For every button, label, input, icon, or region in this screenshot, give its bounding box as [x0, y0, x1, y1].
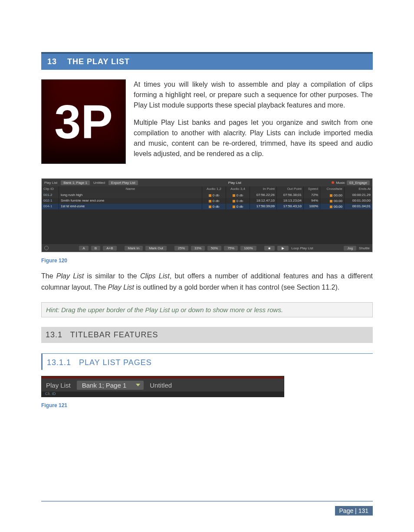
- intro-paragraph-2: Multiple Play List banks and pages let y…: [134, 117, 373, 159]
- mark-out-button[interactable]: Mark Out: [145, 246, 167, 251]
- audio-level-icon: [233, 194, 235, 197]
- section-heading: 13 THE PLAY LIST: [41, 52, 373, 70]
- table-row[interactable]: 001-2long rush high0 db0 db07:56.22;2607…: [42, 193, 372, 198]
- jog-button[interactable]: Jog: [344, 246, 356, 251]
- cell-speed[interactable]: 94%: [304, 198, 320, 204]
- cell-ends-at: 00:01.04;01: [345, 204, 372, 209]
- table-row[interactable]: 004-11st td end-zone0 db0 db17:50:39;091…: [42, 204, 372, 209]
- logo-text: 3P: [54, 98, 113, 146]
- cell-name: 1st td end-zone: [59, 204, 202, 209]
- small-playlist-name: Untitled: [150, 382, 172, 389]
- cell-audio12[interactable]: 0 db: [202, 204, 226, 209]
- stop-button[interactable]: ■: [264, 246, 275, 251]
- audio-level-icon: [209, 206, 211, 208]
- playlist-column-headers: Clip ID Name Audio 1,2 Audio 3,4 In Poin…: [42, 186, 372, 193]
- subsubsection-heading: 13.1.1 PLAY LIST PAGES: [41, 353, 373, 370]
- small-row-header: Cli. ID: [42, 392, 284, 397]
- speed-33-button[interactable]: 33%: [191, 246, 205, 251]
- cell-audio34[interactable]: 0 db: [226, 204, 250, 209]
- loop-playlist-label[interactable]: Loop Play List: [291, 246, 313, 250]
- body-para-text: is similar to the: [84, 272, 140, 280]
- music-file-field[interactable]: 03_Engage: [347, 180, 370, 185]
- speed-100-button[interactable]: 100%: [240, 246, 256, 251]
- playlist-empty-area: [42, 209, 372, 244]
- body-para-em: Play List: [108, 284, 134, 291]
- small-playlist-label: Play List: [46, 382, 71, 389]
- cell-out-point[interactable]: 17:50.43;10: [277, 204, 304, 209]
- cell-audio34[interactable]: 0 db: [226, 198, 250, 204]
- figure-120-caption: Figure 120: [41, 258, 373, 264]
- playlist-bottom-bar: A B A+B Mark In Mark Out 25% 33% 50% 75%…: [42, 244, 372, 252]
- cell-out-point[interactable]: 18:13.23;04: [277, 198, 304, 204]
- cell-crossfade[interactable]: 00.00: [320, 204, 345, 209]
- footer-rule: [41, 501, 373, 502]
- angle-ab-button[interactable]: A+B: [103, 246, 116, 251]
- col-name: Name: [59, 186, 202, 193]
- cell-crossfade[interactable]: 00.00: [320, 198, 345, 204]
- body-paragraph: The Play List is similar to the Clips Li…: [41, 271, 373, 293]
- audio-level-icon: [209, 200, 211, 202]
- figure-121-caption: Figure 121: [41, 402, 373, 408]
- table-row[interactable]: 002-1Smith fumble near end-zone0 db0 db1…: [42, 198, 372, 204]
- audio-level-icon: [233, 200, 235, 202]
- speed-50-button[interactable]: 50%: [207, 246, 221, 251]
- playlist-tab-screenshot: Play List Bank 1; Page 1 Untitled Cli. I…: [41, 376, 284, 397]
- cell-speed[interactable]: 100%: [304, 204, 320, 209]
- cell-clip-id: 001-2: [42, 193, 59, 198]
- cell-in-point[interactable]: 17:50:39;09: [250, 204, 277, 209]
- body-para-text: is outlined by a gold border when it has…: [134, 284, 339, 291]
- cell-name: long rush high: [59, 193, 202, 198]
- cell-clip-id: 002-1: [42, 198, 59, 204]
- angle-b-button[interactable]: B: [91, 246, 100, 251]
- playlist-screenshot: Play List Bank 1; Page 1 Untitled Export…: [41, 178, 373, 252]
- cell-in-point[interactable]: 18:12.47;10: [250, 198, 277, 204]
- crossfade-icon: [330, 200, 332, 202]
- bank-page-dropdown[interactable]: Bank 1; Page 1: [61, 180, 90, 185]
- mark-in-button[interactable]: Mark In: [125, 246, 143, 251]
- cell-out-point[interactable]: 07:56.38;01: [277, 193, 304, 198]
- cell-ends-at: 00:00:21.29: [345, 193, 372, 198]
- angle-a-button[interactable]: A: [79, 246, 88, 251]
- cell-ends-at: 00:01.00;00: [345, 198, 372, 204]
- section-number: 13: [47, 57, 57, 66]
- col-out-point: Out Point: [277, 186, 304, 193]
- col-speed: Speed: [304, 186, 320, 193]
- play-button[interactable]: ▶: [277, 246, 289, 251]
- cell-in-point[interactable]: 07:56.22;26: [250, 193, 277, 198]
- cell-audio12[interactable]: 0 db: [202, 193, 226, 198]
- subsubsection-title: PLAY LIST PAGES: [79, 358, 152, 367]
- cell-audio34[interactable]: 0 db: [226, 193, 250, 198]
- hint-callout: Hint: Drag the upper border of the Play …: [41, 302, 373, 317]
- col-crossfade: Crossfade: [320, 186, 345, 193]
- playlist-title-center: Play List: [141, 181, 329, 185]
- cell-name: Smith fumble near end-zone: [59, 198, 202, 204]
- subsubsection-number: 13.1.1: [47, 358, 71, 367]
- music-indicator-icon: [332, 181, 334, 184]
- crossfade-icon: [330, 194, 332, 197]
- body-para-em: Clips List: [140, 272, 170, 280]
- speed-25-button[interactable]: 25%: [174, 246, 188, 251]
- section-title: THE PLAY LIST: [67, 57, 130, 66]
- subsection-title: TITLEBAR FEATURES: [70, 330, 158, 339]
- col-in-point: In Point: [250, 186, 277, 193]
- export-playlist-button[interactable]: Export Play List: [108, 180, 138, 185]
- page-number: Page | 131: [335, 506, 373, 516]
- gear-icon[interactable]: [44, 246, 49, 250]
- col-ends-at: Ends At: [345, 186, 372, 193]
- playlist-name: Untitled: [93, 181, 105, 185]
- audio-level-icon: [233, 206, 235, 208]
- body-para-text: The: [41, 272, 56, 280]
- col-audio34: Audio 3,4: [226, 186, 250, 193]
- body-para-em: Play List: [56, 272, 84, 280]
- col-audio12: Audio 1,2: [202, 186, 226, 193]
- intro-paragraph-1: At times you will likely wish to assembl…: [134, 79, 373, 111]
- cell-audio12[interactable]: 0 db: [202, 198, 226, 204]
- cell-clip-id: 004-1: [42, 204, 59, 209]
- crossfade-icon: [330, 206, 332, 208]
- music-label: Music: [336, 181, 345, 185]
- small-bank-dropdown[interactable]: Bank 1; Page 1: [77, 381, 144, 390]
- cell-speed[interactable]: 72%: [304, 193, 320, 198]
- audio-level-icon: [209, 194, 211, 197]
- speed-75-button[interactable]: 75%: [224, 246, 238, 251]
- cell-crossfade[interactable]: 00.00: [320, 193, 345, 198]
